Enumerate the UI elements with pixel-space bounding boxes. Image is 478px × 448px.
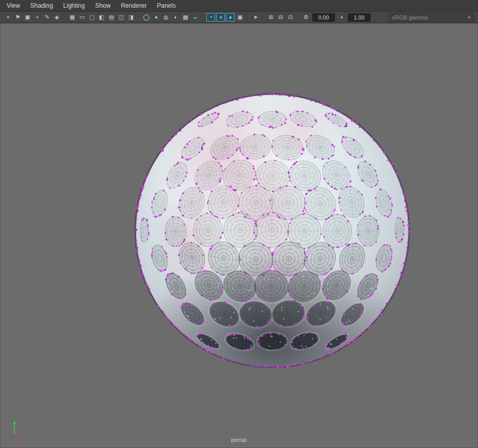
image-plane-icon[interactable]: ▣ (23, 13, 32, 22)
toolbar-divider (247, 13, 248, 21)
toolbar-divider (138, 13, 139, 21)
textured-icon[interactable]: ◍ (162, 13, 170, 22)
wireframe-icon[interactable]: ◯ (142, 13, 151, 22)
grease-pencil-icon[interactable]: ✎ (43, 13, 51, 22)
menu-show[interactable]: Show (91, 1, 115, 10)
toolbar-divider (203, 13, 203, 21)
select-tool-icon[interactable]: ➤ (251, 13, 260, 22)
safe-action-icon[interactable]: ◫ (117, 13, 126, 22)
gate-mask-icon[interactable]: ◧ (97, 13, 106, 22)
view-transform-select[interactable]: sRGB gamma▾ (388, 13, 474, 22)
lighting-icon[interactable]: ◔ (206, 13, 215, 22)
sphere-mesh (0, 23, 478, 448)
gamma-field[interactable]: 1.00 (348, 13, 370, 22)
use-default-material-icon[interactable]: ◐ (171, 13, 180, 22)
exposure-field[interactable]: 0.00 (312, 13, 335, 22)
x-ray-icon[interactable]: ◒ (191, 13, 200, 22)
panel-toolbar: ⌖⚑▣+✎◈▦▭▢◧▤◫◨◯●◍◐▩◒◔◑◕▣➤⊞⊟⊡⚙0.00◑1.00sRG… (0, 12, 478, 23)
safe-title-icon[interactable]: ◨ (127, 13, 135, 22)
maya-panel-window: ViewShadingLightingShowRendererPanels ⌖⚑… (0, 0, 478, 448)
select-by-name-icon[interactable]: ⌖ (4, 13, 12, 22)
menu-lighting[interactable]: Lighting (59, 1, 90, 10)
gamma-icon[interactable]: ◑ (337, 13, 346, 22)
exposure-icon[interactable]: ⚙ (302, 13, 310, 22)
2d-pan-zoom-icon[interactable]: + (33, 13, 42, 22)
panel-menu-bar: ViewShadingLightingShowRendererPanels (0, 0, 478, 12)
toolbar-divider (263, 13, 263, 21)
toolbar-divider (64, 13, 65, 21)
film-gate-icon[interactable]: ▭ (78, 13, 86, 22)
chevron-down-icon: ▾ (468, 15, 470, 20)
bookmark-icon[interactable]: ⚑ (13, 13, 22, 22)
grid-icon[interactable]: ▦ (68, 13, 77, 22)
snap-icon[interactable]: ◈ (52, 13, 61, 22)
menu-shading[interactable]: Shading (26, 1, 58, 10)
viewport[interactable]: persp (0, 23, 478, 448)
y-axis-arrowhead (13, 421, 16, 424)
anti-alias-icon[interactable]: ▣ (236, 13, 244, 22)
camera-label: persp (0, 437, 478, 443)
resolution-gate-icon[interactable]: ▢ (87, 13, 96, 22)
paste-icon[interactable]: ⊟ (276, 13, 285, 22)
toolbar-divider (298, 13, 298, 21)
menu-view[interactable]: View (2, 1, 25, 10)
ambient-occlusion-icon[interactable]: ◕ (226, 13, 235, 22)
view-transform-value: sRGB gamma (392, 14, 468, 21)
color-checker-icon[interactable]: ▩ (181, 13, 190, 22)
menu-panels[interactable]: Panels (152, 1, 181, 10)
smooth-shade-all-icon[interactable]: ● (152, 13, 161, 22)
snapshot-icon[interactable]: ⊡ (286, 13, 295, 22)
shadows-icon[interactable]: ◑ (216, 13, 225, 22)
duplicate-icon[interactable]: ⊞ (267, 13, 275, 22)
field-chart-icon[interactable]: ▤ (107, 13, 116, 22)
menu-renderer[interactable]: Renderer (116, 1, 151, 10)
